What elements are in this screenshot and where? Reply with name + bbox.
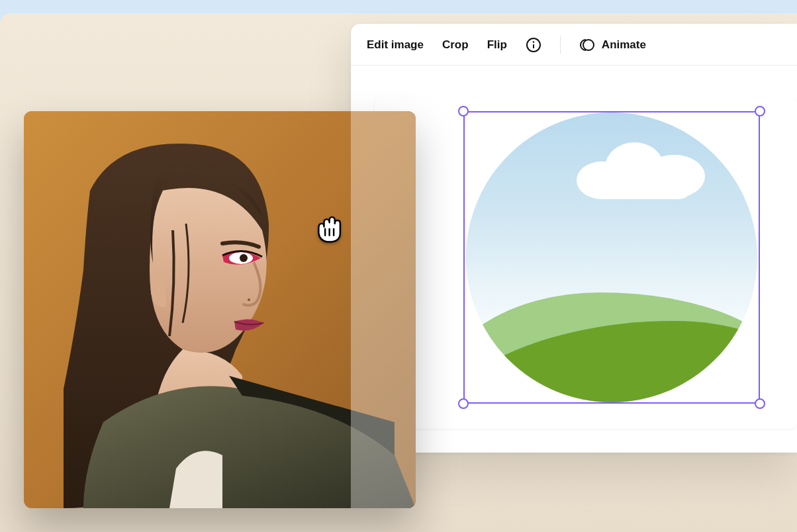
resize-handle-bottom-right[interactable] xyxy=(755,398,765,409)
portrait-illustration xyxy=(24,111,416,508)
image-toolbar: Edit image Crop Flip Animate xyxy=(351,24,797,66)
svg-point-3 xyxy=(583,40,594,50)
svg-point-6 xyxy=(240,254,248,262)
dragged-photo[interactable] xyxy=(24,111,416,508)
svg-point-2 xyxy=(533,41,535,43)
info-icon[interactable] xyxy=(526,37,541,53)
animate-button[interactable]: Animate xyxy=(579,37,646,53)
svg-point-7 xyxy=(248,298,250,301)
selection-border xyxy=(463,111,760,404)
animate-icon xyxy=(579,37,595,53)
animate-label: Animate xyxy=(602,38,646,52)
edit-image-button[interactable]: Edit image xyxy=(367,38,424,52)
stage: Edit image Crop Flip Animate xyxy=(0,0,797,532)
flip-button[interactable]: Flip xyxy=(487,38,507,52)
resize-handle-top-left[interactable] xyxy=(458,106,469,116)
resize-handle-top-right[interactable] xyxy=(755,106,765,116)
selection-box[interactable] xyxy=(463,111,760,404)
toolbar-divider xyxy=(560,36,561,54)
crop-button[interactable]: Crop xyxy=(442,38,469,52)
resize-handle-bottom-left[interactable] xyxy=(458,398,469,409)
